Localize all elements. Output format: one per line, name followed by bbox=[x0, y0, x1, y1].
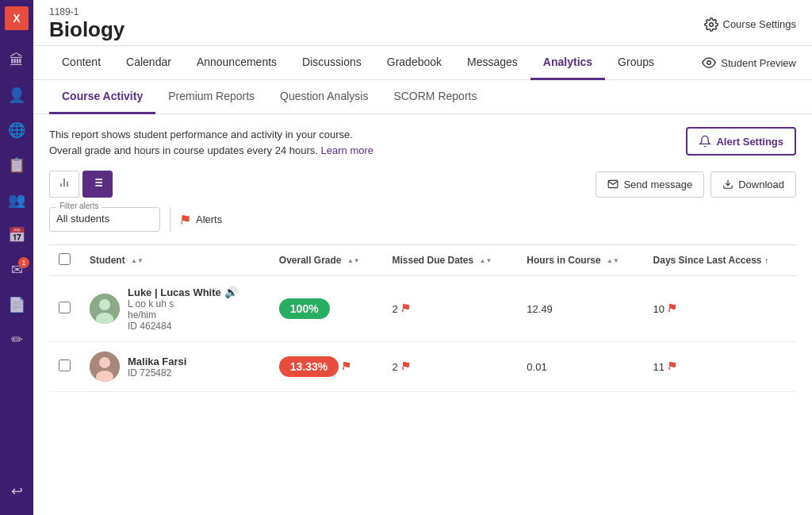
col-header-missed[interactable]: Missed Due Dates ▲▼ bbox=[382, 245, 517, 276]
sidebar-icon-people[interactable]: 👥 bbox=[2, 186, 31, 214]
chart-icon bbox=[58, 176, 71, 189]
row1-avatar bbox=[90, 294, 120, 324]
mail-badge: 1 bbox=[18, 257, 29, 268]
row2-grade-value: 13.33% bbox=[279, 356, 373, 377]
col-header-grade[interactable]: Overall Grade ▲▼ bbox=[270, 245, 383, 276]
sort-arrows-student: ▲▼ bbox=[131, 257, 144, 264]
tab-announcements[interactable]: Announcements bbox=[184, 46, 289, 80]
tab-calendar[interactable]: Calendar bbox=[113, 46, 184, 80]
row2-checkbox-cell[interactable] bbox=[49, 342, 80, 392]
row2-hours-cell: 0.01 bbox=[517, 342, 643, 392]
row1-checkbox-cell[interactable] bbox=[49, 276, 80, 342]
sidebar-icon-globe[interactable]: 🌐 bbox=[2, 116, 31, 144]
sidebar-icon-mail[interactable]: ✉ 1 bbox=[2, 256, 31, 284]
row2-student-cell: Malika Farsi ID 725482 bbox=[80, 342, 270, 392]
alert-settings-label: Alert Settings bbox=[716, 136, 783, 148]
avatar-image bbox=[90, 352, 120, 382]
row1-missed-value: 2 bbox=[392, 303, 508, 315]
filter-group: Filter alerts All students Missed due da… bbox=[49, 207, 160, 232]
sub-tabs: Course Activity Premium Reports Question… bbox=[33, 80, 812, 114]
row2-missed-value: 2 bbox=[392, 361, 508, 373]
page-content: This report shows student performance an… bbox=[33, 114, 812, 515]
row2-student-name[interactable]: Malika Farsi bbox=[128, 356, 186, 367]
sidebar-icon-edit[interactable]: ✏ bbox=[2, 325, 31, 354]
filter-select[interactable]: All students Missed due dates Hours in c… bbox=[56, 211, 153, 226]
col-header-student[interactable]: Student ▲▼ bbox=[80, 245, 270, 276]
tab-gradebook[interactable]: Gradebook bbox=[374, 46, 454, 80]
tab-groups[interactable]: Groups bbox=[605, 46, 667, 80]
flag-icon bbox=[180, 214, 191, 225]
select-all-checkbox[interactable] bbox=[59, 253, 71, 265]
row2-checkbox[interactable] bbox=[59, 359, 71, 371]
sub-tab-scorm-reports[interactable]: SCORM Reports bbox=[381, 80, 489, 114]
course-settings-button[interactable]: Course Settings bbox=[704, 17, 797, 32]
avatar-image bbox=[90, 294, 120, 324]
download-icon bbox=[722, 179, 733, 190]
sidebar-icon-institution[interactable]: 🏛 bbox=[2, 46, 31, 75]
close-button[interactable]: X bbox=[5, 6, 29, 30]
sidebar-icon-document[interactable]: 📄 bbox=[2, 290, 31, 319]
row2-avatar bbox=[90, 352, 120, 382]
svg-point-1 bbox=[707, 61, 711, 65]
info-text: This report shows student performance an… bbox=[49, 127, 373, 158]
sound-icon[interactable]: 🔊 bbox=[224, 286, 238, 298]
learn-more-link[interactable]: Learn more bbox=[321, 144, 373, 156]
tab-discussions[interactable]: Discussions bbox=[289, 46, 374, 80]
tab-content[interactable]: Content bbox=[49, 46, 113, 80]
alerts-section: Alerts bbox=[180, 213, 222, 225]
row1-phonetic: L oo k uh s bbox=[128, 298, 238, 309]
send-message-label: Send message bbox=[623, 179, 692, 190]
tab-messages[interactable]: Messages bbox=[454, 46, 530, 80]
download-label: Download bbox=[738, 179, 784, 190]
row1-grade-badge: 100% bbox=[279, 298, 330, 319]
row1-student-cell: Luke | Lucas White 🔊 L oo k uh s he/him … bbox=[80, 276, 270, 342]
sub-tab-question-analysis[interactable]: Question Analysis bbox=[267, 80, 381, 114]
row1-hours-cell: 12.49 bbox=[517, 276, 643, 342]
svg-point-14 bbox=[99, 299, 110, 310]
tab-analytics[interactable]: Analytics bbox=[530, 46, 605, 80]
row1-pronouns: he/him bbox=[128, 309, 238, 321]
chart-view-button[interactable] bbox=[49, 171, 79, 198]
message-icon bbox=[607, 179, 619, 190]
nav-tabs: Content Calendar Announcements Discussio… bbox=[33, 46, 812, 80]
top-bar: 1189-1 Biology Course Settings bbox=[33, 0, 812, 46]
list-view-button[interactable] bbox=[82, 171, 113, 198]
sort-arrows-grade: ▲▼ bbox=[347, 257, 360, 264]
toolbar: Send message Download bbox=[49, 171, 796, 198]
sidebar-icon-calendar[interactable]: 📅 bbox=[2, 221, 31, 249]
sub-tab-premium-reports[interactable]: Premium Reports bbox=[155, 80, 267, 114]
select-all-header[interactable] bbox=[49, 245, 80, 276]
flag-icon bbox=[668, 361, 677, 372]
row2-grade-badge: 13.33% bbox=[279, 356, 339, 377]
download-button[interactable]: Download bbox=[710, 171, 796, 198]
row1-student-name[interactable]: Luke | Lucas White 🔊 bbox=[128, 286, 238, 298]
row2-missed-cell: 2 bbox=[382, 342, 517, 392]
filter-label: Filter alerts bbox=[56, 202, 102, 210]
row2-student-details: Malika Farsi ID 725482 bbox=[128, 356, 186, 379]
table-row: Luke | Lucas White 🔊 L oo k uh s he/him … bbox=[49, 276, 796, 342]
student-preview-button[interactable]: Student Preview bbox=[702, 49, 796, 76]
view-toggle bbox=[49, 171, 113, 198]
sidebar-icon-layout[interactable]: 📋 bbox=[2, 151, 31, 179]
row1-missed-cell: 2 bbox=[382, 276, 517, 342]
sub-tab-course-activity[interactable]: Course Activity bbox=[49, 80, 155, 114]
filter-row: Filter alerts All students Missed due da… bbox=[49, 207, 796, 232]
student-preview-label: Student Preview bbox=[721, 57, 796, 69]
send-message-button[interactable]: Send message bbox=[596, 171, 704, 198]
svg-point-0 bbox=[709, 22, 713, 26]
toolbar-actions: Send message Download bbox=[596, 171, 796, 198]
sidebar-icon-back[interactable]: ↩ bbox=[2, 477, 31, 505]
flag-icon bbox=[401, 303, 411, 314]
alert-settings-button[interactable]: Alert Settings bbox=[686, 127, 796, 156]
col-header-hours[interactable]: Hours in Course ▲▼ bbox=[517, 245, 643, 276]
sidebar: X 🏛 👤 🌐 📋 👥 📅 ✉ 1 📄 ✏ ↩ bbox=[0, 0, 33, 515]
main-content: 1189-1 Biology Course Settings Content C… bbox=[33, 0, 812, 515]
sidebar-icon-user[interactable]: 👤 bbox=[2, 81, 31, 110]
row2-id: ID 725482 bbox=[128, 367, 186, 379]
col-header-days[interactable]: Days Since Last Access ↑ bbox=[644, 245, 796, 276]
row1-checkbox[interactable] bbox=[59, 302, 71, 313]
flag-icon bbox=[668, 303, 677, 314]
sort-up-arrow: ↑ bbox=[764, 256, 769, 265]
flag-icon bbox=[401, 361, 411, 372]
sort-arrows-missed: ▲▼ bbox=[480, 257, 492, 264]
